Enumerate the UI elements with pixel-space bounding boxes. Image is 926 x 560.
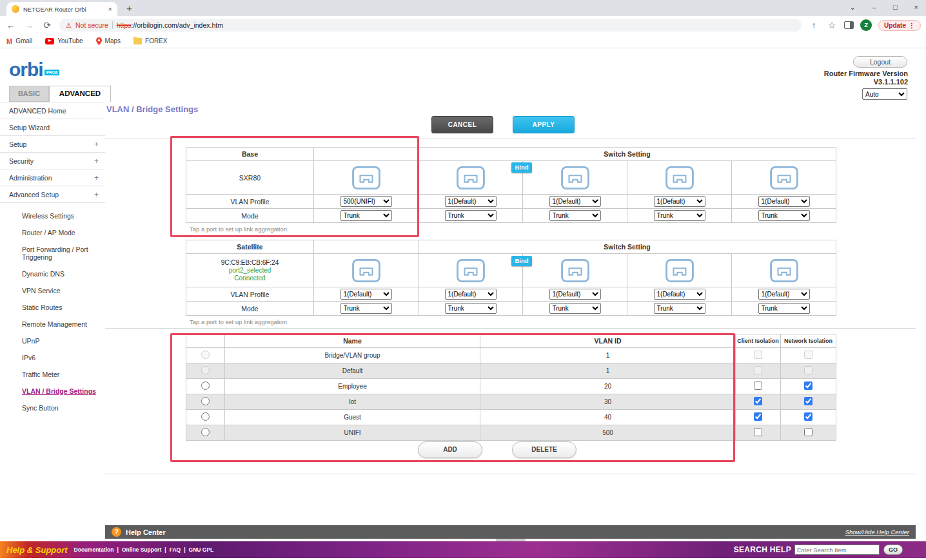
satellite-vlan-profile-select-5[interactable]: 1(Default) [758, 289, 810, 300]
show-hide-help-link[interactable]: Show/Hide Help Center [845, 528, 909, 536]
satellite-port-3[interactable] [523, 254, 627, 287]
client-isolation-checkbox[interactable] [754, 412, 762, 421]
satellite-mode-select-3[interactable]: Trunk [549, 303, 601, 314]
not-secure-label[interactable]: Not secure [75, 21, 108, 29]
sidebar-subitem-ipv6[interactable]: IPv6 [0, 349, 105, 366]
window-maximize-button[interactable]: □ [893, 3, 898, 11]
satellite-vlan-profile-select-4[interactable]: 1(Default) [654, 289, 705, 300]
ethernet-port-icon[interactable] [665, 166, 694, 190]
bind-badge[interactable]: Bind [511, 162, 532, 173]
browser-tab[interactable]: NETGEAR Router Orbi × [6, 2, 117, 16]
network-isolation-checkbox[interactable] [804, 381, 813, 390]
new-tab-button[interactable]: + [126, 3, 132, 16]
tab-search-caret-icon[interactable]: ⌄ [850, 3, 856, 12]
bookmark-maps[interactable]: Maps [96, 37, 121, 45]
sidebar-subitem-upnp[interactable]: UPnP [0, 333, 105, 349]
footer-link-faq[interactable]: FAQ [170, 546, 181, 553]
satellite-mode-select-4[interactable]: Trunk [654, 303, 705, 314]
network-isolation-checkbox[interactable] [804, 366, 813, 374]
share-icon[interactable]: ↑ [808, 20, 820, 30]
chrome-update-button[interactable]: Update ⋮ [878, 20, 921, 31]
sidebar-subitem-router-ap-mode[interactable]: Router / AP Mode [0, 224, 105, 241]
base-vlan-profile-select-2[interactable]: 1(Default) [445, 196, 497, 207]
side-panel-icon[interactable] [844, 21, 854, 29]
profile-avatar[interactable]: Z [860, 19, 872, 31]
sidebar-subitem-remote-management[interactable]: Remote Management [0, 316, 105, 333]
base-port-1[interactable] [314, 161, 419, 195]
satellite-mode-select-2[interactable]: Trunk [445, 303, 497, 314]
network-isolation-checkbox[interactable] [804, 412, 813, 421]
expand-plus-icon[interactable]: + [94, 190, 99, 199]
base-vlan-profile-select-4[interactable]: 1(Default) [654, 196, 705, 207]
vlan-row-employee[interactable]: Employee 20 [186, 379, 836, 394]
base-mode-select-3[interactable]: Trunk [549, 210, 601, 221]
tab-basic[interactable]: BASIC [9, 86, 49, 102]
vlan-row-iot[interactable]: Iot 30 [186, 394, 836, 410]
client-isolation-checkbox[interactable] [754, 366, 762, 374]
base-mode-select-4[interactable]: Trunk [654, 210, 705, 221]
expand-plus-icon[interactable]: + [94, 173, 99, 182]
satellite-port-5[interactable] [732, 254, 836, 287]
satellite-vlan-profile-select-2[interactable]: 1(Default) [445, 289, 497, 300]
sidebar-item-security[interactable]: Security+ [0, 153, 105, 169]
sidebar-subitem-vpn-service[interactable]: VPN Service [0, 282, 105, 299]
apply-button[interactable]: APPLY [513, 116, 575, 133]
base-mode-select-2[interactable]: Trunk [445, 210, 497, 221]
address-bar[interactable]: ⚠ Not secure https://orbilogin.com/adv_i… [59, 19, 802, 32]
base-vlan-profile-select-1[interactable]: 500(UNIFI) [340, 196, 392, 207]
logout-button[interactable]: Logout [853, 56, 907, 68]
client-isolation-checkbox[interactable] [754, 351, 762, 359]
base-port-4[interactable] [627, 161, 732, 195]
vlan-row-radio[interactable] [201, 351, 210, 359]
footer-link-gnu-gpl[interactable]: GNU GPL [189, 546, 214, 553]
vlan-row-radio[interactable] [201, 428, 210, 436]
sidebar-item-administration[interactable]: Administration+ [0, 169, 105, 186]
vlan-row-bridge-vlan-group[interactable]: Bridge/VLAN group 1 [186, 348, 836, 363]
sidebar-item-setup[interactable]: Setup+ [0, 136, 105, 153]
ethernet-port-icon[interactable] [769, 166, 799, 190]
vlan-row-default[interactable]: Default 1 [186, 363, 836, 379]
base-mode-select-5[interactable]: Trunk [758, 210, 810, 221]
satellite-port-2[interactable] [419, 254, 523, 287]
client-isolation-checkbox[interactable] [754, 397, 762, 405]
satellite-port-4[interactable] [627, 254, 732, 287]
tab-advanced[interactable]: ADVANCED [49, 86, 111, 102]
bookmark-youtube[interactable]: YouTube [45, 37, 83, 44]
sidebar-subitem-port-forwarding[interactable]: Port Forwarding / Port Triggering [0, 241, 105, 266]
sidebar-subitem-vlan-bridge-settings[interactable]: VLAN / Bridge Settings [0, 383, 105, 400]
vlan-row-radio[interactable] [201, 412, 210, 421]
ethernet-port-icon[interactable] [560, 258, 590, 283]
refresh-button[interactable]: ⟳ [41, 20, 53, 30]
vlan-row-radio[interactable] [201, 366, 210, 374]
sidebar-item-setup-wizard[interactable]: Setup Wizard [0, 119, 105, 136]
base-port-2[interactable] [419, 161, 523, 195]
satellite-vlan-profile-select-3[interactable]: 1(Default) [549, 289, 601, 300]
language-select[interactable]: Auto [862, 88, 907, 100]
base-vlan-profile-select-3[interactable]: 1(Default) [549, 196, 601, 207]
browser-menu-dots-icon[interactable]: ⋮ [909, 22, 915, 29]
base-vlan-profile-select-5[interactable]: 1(Default) [758, 196, 810, 207]
tab-close-icon[interactable]: × [108, 5, 112, 13]
bookmark-star-icon[interactable]: ☆ [826, 20, 838, 30]
satellite-port-1[interactable] [314, 254, 419, 287]
client-isolation-checkbox[interactable] [754, 381, 762, 390]
ethernet-port-icon[interactable] [351, 166, 381, 190]
client-isolation-checkbox[interactable] [754, 428, 762, 436]
ethernet-port-icon[interactable] [560, 166, 590, 190]
expand-plus-icon[interactable]: + [94, 140, 99, 149]
bookmark-gmail[interactable]: MGmail [6, 37, 32, 45]
sidebar-subitem-dynamic-dns[interactable]: Dynamic DNS [0, 266, 105, 282]
ethernet-port-icon[interactable] [665, 258, 694, 283]
window-minimize-button[interactable]: – [872, 3, 876, 11]
network-isolation-checkbox[interactable] [804, 351, 813, 359]
footer-link-online-support[interactable]: Online Support [122, 546, 161, 553]
vlan-row-guest[interactable]: Guest 40 [186, 410, 836, 425]
cancel-button[interactable]: CANCEL [431, 116, 493, 133]
network-isolation-checkbox[interactable] [804, 428, 813, 436]
base-port-5[interactable] [732, 161, 836, 195]
bookmark-forex-folder[interactable]: FOREX [133, 37, 167, 44]
expand-plus-icon[interactable]: + [94, 157, 99, 166]
footer-link-documentation[interactable]: Documentation [74, 546, 114, 553]
help-search-input[interactable] [794, 545, 880, 555]
back-button[interactable]: ← [5, 20, 17, 30]
